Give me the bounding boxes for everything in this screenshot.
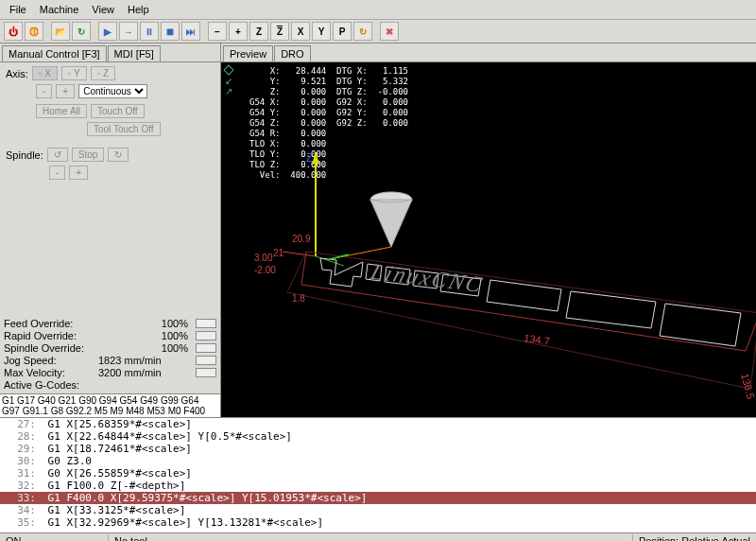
max-velocity-label: Max Velocity: [4, 367, 98, 378]
pause-icon[interactable]: ⏸ [140, 22, 159, 41]
skip-icon[interactable]: ⏭ [181, 22, 200, 41]
extent-outline [287, 252, 756, 389]
dim-height: 136.5 [739, 372, 756, 400]
stop-icon[interactable]: ⏹ [161, 22, 180, 41]
gcode-line[interactable]: 35: G1 X[32.92969*#<scale>] Y[13.13281*#… [0, 516, 756, 529]
axis-x-button[interactable]: ◦ X [32, 66, 58, 80]
tab-dro[interactable]: DRO [274, 45, 310, 61]
view-rotate-icon[interactable]: ↻ [353, 22, 372, 41]
tab-manual[interactable]: Manual Control [F3] [2, 45, 107, 61]
status-mode: ON [0, 534, 109, 541]
spindle-stop-button[interactable]: Stop [72, 148, 105, 162]
menubar: File Machine View Help [0, 0, 756, 20]
step-icon[interactable]: → [119, 22, 138, 41]
active-gcodes-label: Active G-Codes: [4, 379, 98, 391]
spindle-minus-button[interactable]: - [49, 166, 65, 180]
spindle-label: Spindle: [6, 149, 43, 161]
gcode-line[interactable]: 30: G0 Z3.0 [0, 455, 756, 467]
spindle-override-slider[interactable] [196, 343, 216, 353]
rapid-override-label: Rapid Override: [4, 330, 98, 341]
feed-override-value: 100% [98, 318, 192, 329]
right-panel: Preview DRO ↙ ↗ X: 28.444 DTG X: 1.115 Y… [221, 44, 756, 417]
gcode-listing[interactable]: 27: G1 X[25.68359*#<scale>]28: G1 X[22.6… [0, 417, 756, 532]
jog-speed-label: Jog Speed: [4, 355, 98, 366]
gcode-line[interactable]: 34: G1 X[33.3125*#<scale>] [0, 504, 756, 516]
view-z-icon[interactable]: Z [249, 22, 268, 41]
run-icon[interactable]: ▶ [98, 22, 117, 41]
axis-z-button[interactable]: ◦ Z [91, 66, 115, 80]
preview-viewport[interactable]: ↙ ↗ X: 28.444 DTG X: 1.115 Y: 9.521 DTG … [221, 61, 756, 417]
z-axis-label: Z [306, 151, 313, 165]
spindle-ccw-icon[interactable]: ↺ [47, 148, 68, 162]
feed-override-slider[interactable] [196, 319, 216, 328]
left-tabs: Manual Control [F3] MDI [F5] [0, 44, 220, 61]
view-z2-icon[interactable]: Z [270, 22, 289, 41]
toolpath-plot: Z 134.7 136.5 20.9 3.00 -2.00 21 1.8 [221, 62, 756, 417]
gcode-line[interactable]: 32: G1 F100.0 Z[-#<depth>] [0, 480, 756, 492]
touch-off-button[interactable]: Touch Off [91, 104, 145, 118]
spindle-override-label: Spindle Override: [4, 342, 98, 354]
status-tool: No tool [109, 534, 633, 541]
main-area: Manual Control [F3] MDI [F5] Axis: ◦ X ◦… [0, 44, 756, 417]
toolbar: ⏻ ⏼ 📂 ↻ ▶ → ⏸ ⏹ ⏭ − + Z Z X Y P ↻ ✖ [0, 20, 756, 44]
gcode-line[interactable]: 27: G1 X[25.68359*#<scale>] [0, 418, 756, 430]
tab-mdi[interactable]: MDI [F5] [108, 45, 161, 61]
tool-cone-icon [370, 192, 412, 247]
menu-help[interactable]: Help [122, 2, 155, 17]
clear-plot-icon[interactable]: ✖ [380, 22, 399, 41]
tab-preview[interactable]: Preview [223, 45, 273, 61]
preview-text: LinuxCNC [367, 258, 487, 297]
jog-speed-value: 1823 mm/min [98, 355, 192, 366]
reload-icon[interactable]: ↻ [72, 22, 91, 41]
axis-y-button[interactable]: ◦ Y [61, 66, 87, 80]
gcode-line[interactable]: 28: G1 X[22.64844*#<scale>] Y[0.5*#<scal… [0, 430, 756, 443]
rapid-override-value: 100% [98, 330, 192, 341]
zoom-out-icon[interactable]: − [208, 22, 227, 41]
overrides: Feed Override:100% Rapid Override:100% S… [0, 316, 220, 393]
dim-b: 3.00 [254, 253, 273, 263]
view-p-icon[interactable]: P [333, 22, 352, 41]
home-all-button[interactable]: Home All [36, 104, 87, 118]
view-y-icon[interactable]: Y [312, 22, 331, 41]
dim-d: 21 [273, 248, 284, 258]
menu-file[interactable]: File [4, 2, 32, 17]
dim-c: -2.00 [254, 265, 276, 275]
active-gcodes-text: G1 G17 G40 G21 G90 G94 G54 G49 G99 G64 G… [0, 393, 220, 417]
max-velocity-slider[interactable] [196, 368, 216, 377]
rapid-override-slider[interactable] [196, 331, 216, 340]
dim-length: 134.7 [524, 332, 551, 347]
spindle-override-value: 100% [98, 342, 192, 354]
zoom-in-icon[interactable]: + [229, 22, 248, 41]
jog-mode-select[interactable]: Continuous [78, 84, 147, 98]
status-position: Position: Relative Actual [633, 534, 756, 541]
jog-speed-slider[interactable] [196, 356, 216, 365]
max-velocity-value: 3200 mm/min [98, 367, 192, 378]
statusbar: ON No tool Position: Relative Actual [0, 532, 756, 541]
spindle-plus-button[interactable]: + [69, 166, 88, 180]
gcode-line[interactable]: 31: G0 X[26.55859*#<scale>] [0, 467, 756, 480]
dim-e: 1.8 [292, 293, 305, 304]
feed-override-label: Feed Override: [4, 318, 98, 329]
preview-tabs: Preview DRO [221, 44, 756, 61]
axis-label: Axis: [6, 68, 28, 79]
dim-a: 20.9 [292, 234, 311, 244]
open-icon[interactable]: 📂 [51, 22, 70, 41]
gcode-line[interactable]: 29: G1 X[18.72461*#<scale>] [0, 443, 756, 455]
jog-minus-button[interactable]: - [36, 84, 52, 98]
power-icon[interactable]: ⏼ [25, 22, 43, 41]
view-x-icon[interactable]: X [291, 22, 310, 41]
gcode-line[interactable]: 33: G1 F400.0 X[29.59375*#<scale>] Y[15.… [0, 492, 756, 504]
menu-view[interactable]: View [86, 2, 120, 17]
tool-touch-off-button[interactable]: Tool Touch Off [87, 122, 161, 136]
menu-machine[interactable]: Machine [34, 2, 85, 17]
spindle-cw-icon[interactable]: ↻ [108, 148, 129, 162]
manual-panel: Axis: ◦ X ◦ Y ◦ Z - + Continuous Home Al… [0, 61, 220, 316]
estop-icon[interactable]: ⏻ [4, 22, 23, 41]
left-panel: Manual Control [F3] MDI [F5] Axis: ◦ X ◦… [0, 44, 221, 417]
jog-plus-button[interactable]: + [56, 84, 75, 98]
